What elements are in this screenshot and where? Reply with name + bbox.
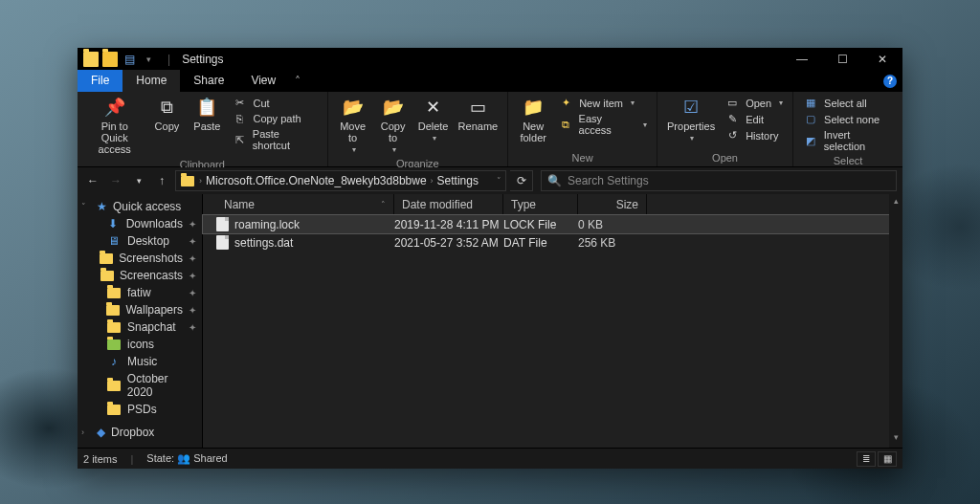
nav-bar: ← → ▾ ↑ › Microsoft.Office.OneNote_8weky… (78, 167, 902, 194)
chevron-down-icon[interactable]: ˅ (497, 176, 501, 186)
sidebar-item[interactable]: Wallpapers✦ (78, 301, 202, 318)
sidebar-item-quick-access[interactable]: ˅ ★ Quick access (78, 198, 202, 215)
tab-view[interactable]: View (237, 70, 289, 92)
refresh-button[interactable]: ⟳ (510, 170, 533, 191)
new-folder-button[interactable]: 📁New folder (514, 94, 552, 145)
chevron-down-icon[interactable]: ˅ (81, 202, 91, 211)
back-button[interactable]: ← (83, 170, 102, 191)
recent-locations-button[interactable]: ▾ (129, 170, 148, 191)
vertical-scrollbar[interactable]: ▴ ▾ (889, 194, 902, 448)
ribbon-tabs: File Home Share View ˄ ? (78, 70, 902, 92)
delete-button[interactable]: ✕Delete▾ (414, 94, 453, 144)
select-all-button[interactable]: ▦Select all (799, 96, 897, 110)
column-type[interactable]: Type (503, 194, 578, 214)
scroll-up-icon[interactable]: ▴ (894, 196, 899, 209)
new-folder-icon: 📁 (522, 96, 545, 119)
invert-selection-button[interactable]: ◩Invert selection (799, 128, 897, 153)
ribbon-collapse-icon[interactable]: ˄ (289, 70, 306, 92)
minimize-button[interactable]: — (782, 48, 822, 70)
sidebar-item-label: fatiw (127, 286, 151, 299)
search-placeholder: Search Settings (568, 174, 649, 187)
move-to-button[interactable]: 📂Move to▾ (334, 94, 372, 156)
search-input[interactable]: 🔍 Search Settings (541, 170, 897, 191)
cut-button[interactable]: ✂Cut (228, 96, 321, 110)
open-button[interactable]: ▭Open▾ (721, 96, 787, 110)
file-size: 0 KB (578, 218, 647, 231)
paste-shortcut-button[interactable]: ⇱Paste shortcut (228, 127, 321, 152)
ribbon-group-open: ☑Properties▾ ▭Open▾ ✎Edit ↺History Open (657, 92, 793, 166)
file-row[interactable]: roaming.lock2019-11-28 4:11 PMLOCK File0… (203, 215, 889, 233)
easy-access-button[interactable]: ⧉Easy access▾ (554, 112, 651, 137)
qat-dropdown-icon[interactable]: ▾ (141, 52, 156, 67)
properties-icon[interactable]: ▤ (122, 52, 137, 67)
breadcrumb-parent[interactable]: Microsoft.Office.OneNote_8wekyb3d8bbwe (206, 174, 427, 187)
tab-home[interactable]: Home (122, 70, 180, 92)
file-icon (216, 217, 229, 231)
close-button[interactable]: ✕ (862, 48, 902, 70)
column-size[interactable]: Size (578, 194, 647, 214)
sidebar-item-dropbox[interactable]: › ◆ Dropbox (78, 424, 202, 441)
sidebar-item[interactable]: 🖥Desktop✦ (78, 232, 202, 250)
copy-icon: ⧉ (155, 96, 178, 119)
select-all-icon: ▦ (803, 97, 818, 109)
sidebar-item[interactable]: Snapchat✦ (78, 318, 202, 336)
pin-to-quick-access-button[interactable]: 📌 Pin to Quick access (83, 94, 145, 157)
folder-icon (106, 403, 122, 416)
breadcrumb-current[interactable]: Settings (437, 174, 479, 187)
history-button[interactable]: ↺History (721, 128, 787, 142)
file-row[interactable]: settings.dat2021-05-27 3:52 AMDAT File25… (203, 233, 889, 252)
copy-to-icon: 📂 (382, 96, 405, 119)
forward-button[interactable]: → (106, 170, 125, 191)
help-button[interactable]: ? (878, 70, 902, 92)
sidebar-item[interactable]: ♪Music (78, 353, 202, 370)
copy-button[interactable]: ⧉ Copy (147, 94, 186, 134)
sidebar-item[interactable]: ⬇Downloads✦ (78, 215, 202, 232)
chevron-right-icon[interactable]: › (81, 427, 91, 437)
paste-button[interactable]: 📋 Paste (188, 94, 226, 134)
nav-pane[interactable]: ˅ ★ Quick access ⬇Downloads✦🖥Desktop✦Scr… (78, 194, 203, 448)
up-button[interactable]: ↑ (152, 170, 171, 191)
status-state: Shared (193, 452, 227, 464)
delete-icon: ✕ (422, 96, 445, 119)
details-view-button[interactable]: ≣ (857, 451, 876, 467)
history-icon: ↺ (724, 129, 740, 142)
sidebar-item[interactable]: Screenshots✦ (78, 250, 202, 267)
chevron-right-icon[interactable]: › (199, 176, 202, 186)
folder-open-icon[interactable] (102, 52, 118, 67)
scroll-down-icon[interactable]: ▾ (894, 432, 899, 446)
desktop-icon: 🖥 (106, 234, 122, 248)
sidebar-item[interactable]: fatiw✦ (78, 284, 202, 301)
window-title: Settings (182, 53, 223, 66)
file-list[interactable]: Name˄ Date modified Type Size roaming.lo… (203, 194, 889, 448)
thumbnails-view-button[interactable]: ▦ (878, 451, 897, 467)
sidebar-item[interactable]: PSDs (78, 401, 202, 418)
select-none-button[interactable]: ▢Select none (799, 112, 897, 126)
sidebar-label: Dropbox (111, 426, 154, 439)
edit-button[interactable]: ✎Edit (721, 112, 787, 126)
column-date[interactable]: Date modified (394, 194, 503, 214)
sidebar-item-label: Screencasts (120, 269, 183, 282)
shortcut-icon: ⇱ (232, 134, 246, 146)
pin-icon: ✦ (189, 219, 196, 230)
sidebar-item[interactable]: icons (78, 336, 202, 353)
properties-button[interactable]: ☑Properties▾ (663, 94, 719, 144)
new-item-button[interactable]: ✦New item▾ (554, 96, 651, 110)
column-name[interactable]: Name˄ (216, 194, 394, 214)
chevron-right-icon[interactable]: › (431, 176, 434, 186)
sidebar-item-label: October 2020 (127, 372, 196, 399)
column-headers: Name˄ Date modified Type Size (203, 194, 889, 215)
pin-icon: ✦ (189, 288, 196, 298)
folder-icon (105, 303, 120, 317)
maximize-button[interactable]: ☐ (822, 48, 862, 70)
tab-share[interactable]: Share (180, 70, 237, 92)
copy-to-button[interactable]: 📂Copy to▾ (374, 94, 412, 156)
address-bar[interactable]: › Microsoft.Office.OneNote_8wekyb3d8bbwe… (175, 170, 506, 191)
sidebar-item[interactable]: Screencasts✦ (78, 267, 202, 284)
title-bar[interactable]: ▤ ▾ | Settings — ☐ ✕ (78, 48, 902, 70)
sidebar-item[interactable]: October 2020 (78, 370, 202, 401)
sidebar-item-label: Music (127, 355, 157, 368)
tab-file[interactable]: File (78, 70, 122, 92)
rename-button[interactable]: ▭Rename (455, 94, 502, 134)
copy-path-button[interactable]: ⎘Copy path (228, 112, 321, 125)
folder-icon (100, 269, 114, 282)
